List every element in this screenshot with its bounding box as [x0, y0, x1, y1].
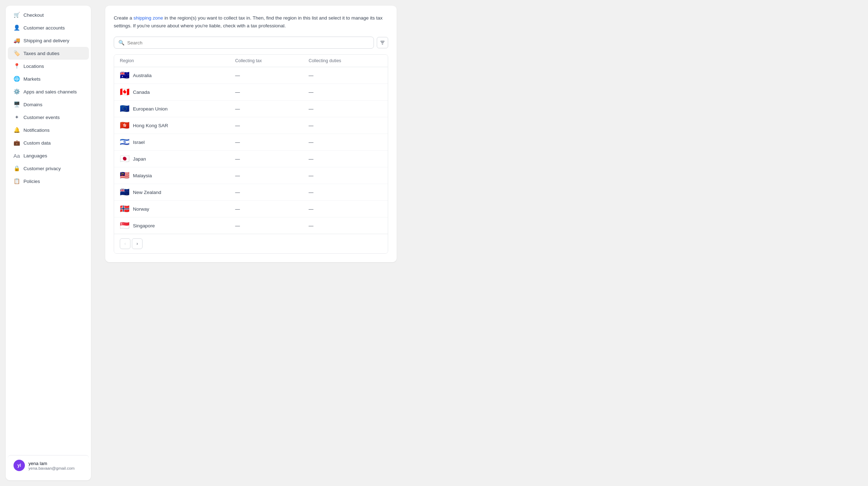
sidebar-item-languages[interactable]: Aa Languages: [8, 149, 89, 162]
customer-accounts-icon: 👤: [14, 25, 20, 31]
region-cell: 🇳🇿 New Zealand: [114, 184, 229, 201]
user-name: yena lam: [28, 461, 75, 466]
sidebar-item-customer-privacy[interactable]: 🔒 Customer privacy: [8, 162, 89, 175]
checkout-icon: 🛒: [14, 12, 20, 18]
sidebar-item-customer-events[interactable]: ✦ Customer events: [8, 111, 89, 124]
flag-european-union: 🇪🇺: [120, 105, 129, 113]
table-row[interactable]: 🇸🇬 Singapore — —: [114, 217, 388, 234]
sidebar-item-markets[interactable]: 🌐 Markets: [8, 72, 89, 85]
taxes-duties-icon: 🏷️: [14, 50, 20, 56]
table-row[interactable]: 🇳🇿 New Zealand — —: [114, 184, 388, 201]
content-card: Create a shipping zone in the region(s) …: [105, 6, 397, 262]
policies-icon: 📋: [14, 178, 20, 184]
sidebar-item-checkout[interactable]: 🛒 Checkout: [8, 9, 89, 21]
table-body: 🇦🇺 Australia — — 🇨🇦 Canada — — 🇪🇺 Europe…: [114, 67, 388, 234]
next-page-button[interactable]: ›: [132, 238, 143, 249]
sidebar-item-shipping-delivery[interactable]: 🚚 Shipping and delivery: [8, 34, 89, 47]
header-row: Region Collecting tax Collecting duties: [114, 55, 388, 67]
sidebar-label-notifications: Notifications: [23, 128, 50, 133]
collecting-tax-cell: —: [229, 184, 303, 201]
sidebar-label-custom-data: Custom data: [23, 140, 51, 146]
flag-singapore: 🇸🇬: [120, 222, 129, 230]
sidebar-item-customer-accounts[interactable]: 👤 Customer accounts: [8, 21, 89, 34]
search-row: 🔍: [114, 37, 388, 49]
collecting-tax-cell: —: [229, 151, 303, 167]
customer-events-icon: ✦: [14, 114, 20, 120]
table-row[interactable]: 🇭🇰 Hong Kong SAR — —: [114, 117, 388, 134]
table-row[interactable]: 🇪🇺 European Union — —: [114, 101, 388, 117]
notifications-icon: 🔔: [14, 127, 20, 133]
main-content: Create a shipping zone in the region(s) …: [97, 0, 868, 486]
search-input[interactable]: [127, 40, 369, 45]
sidebar-item-notifications[interactable]: 🔔 Notifications: [8, 124, 89, 136]
table-row[interactable]: 🇲🇾 Malaysia — —: [114, 167, 388, 184]
collecting-tax-cell: —: [229, 101, 303, 117]
collecting-tax-cell: —: [229, 117, 303, 134]
user-info: yena lam yena.bavaan@gmail.com: [28, 461, 75, 470]
flag-israel: 🇮🇱: [120, 138, 129, 146]
flag-malaysia: 🇲🇾: [120, 172, 129, 179]
sidebar-label-shipping-delivery: Shipping and delivery: [23, 38, 69, 43]
flag-hong-kong-sar: 🇭🇰: [120, 122, 129, 129]
flag-australia: 🇦🇺: [120, 71, 129, 79]
intro-text: Create a shipping zone in the region(s) …: [114, 14, 388, 29]
region-cell: 🇨🇦 Canada: [114, 84, 229, 101]
search-container: 🔍: [114, 37, 374, 49]
table-row[interactable]: 🇦🇺 Australia — —: [114, 67, 388, 84]
region-name: Singapore: [133, 223, 155, 228]
sidebar-label-markets: Markets: [23, 76, 41, 82]
region-cell: 🇦🇺 Australia: [114, 67, 229, 84]
shipping-delivery-icon: 🚚: [14, 37, 20, 44]
region-name: New Zealand: [133, 190, 161, 195]
user-email: yena.bavaan@gmail.com: [28, 466, 75, 470]
region-cell: 🇸🇬 Singapore: [114, 217, 229, 234]
pagination: ‹ ›: [114, 234, 388, 253]
sort-button[interactable]: [377, 37, 388, 48]
sidebar-label-customer-events: Customer events: [23, 115, 60, 120]
locations-icon: 📍: [14, 63, 20, 69]
col-collecting-tax: Collecting tax: [229, 55, 303, 67]
regions-table: Region Collecting tax Collecting duties …: [114, 55, 388, 234]
collecting-duties-cell: —: [303, 217, 388, 234]
table-row[interactable]: 🇮🇱 Israel — —: [114, 134, 388, 151]
table-row[interactable]: 🇳🇴 Norway — —: [114, 201, 388, 217]
sidebar-item-locations[interactable]: 📍 Locations: [8, 60, 89, 72]
languages-icon: Aa: [14, 152, 20, 159]
collecting-duties-cell: —: [303, 134, 388, 151]
search-icon: 🔍: [118, 40, 124, 45]
prev-page-button[interactable]: ‹: [120, 238, 130, 249]
avatar: yl: [14, 460, 25, 471]
sidebar-item-domains[interactable]: 🖥️ Domains: [8, 98, 89, 111]
sidebar-item-policies[interactable]: 📋 Policies: [8, 175, 89, 188]
collecting-tax-cell: —: [229, 67, 303, 84]
collecting-duties-cell: —: [303, 151, 388, 167]
table-row[interactable]: 🇯🇵 Japan — —: [114, 151, 388, 167]
collecting-duties-cell: —: [303, 201, 388, 217]
region-name: Israel: [133, 140, 145, 145]
sidebar-item-apps-sales[interactable]: ⚙️ Apps and sales channels: [8, 85, 89, 98]
sidebar: 🛒 Checkout 👤 Customer accounts 🚚 Shippin…: [6, 6, 91, 480]
table-header: Region Collecting tax Collecting duties: [114, 55, 388, 67]
collecting-duties-cell: —: [303, 101, 388, 117]
collecting-duties-cell: —: [303, 167, 388, 184]
col-region: Region: [114, 55, 229, 67]
user-profile[interactable]: yl yena lam yena.bavaan@gmail.com: [8, 455, 89, 475]
sidebar-item-taxes-duties[interactable]: 🏷️ Taxes and duties: [8, 47, 89, 60]
collecting-duties-cell: —: [303, 84, 388, 101]
collecting-duties-cell: —: [303, 67, 388, 84]
sidebar-label-apps-sales: Apps and sales channels: [23, 89, 77, 94]
collecting-tax-cell: —: [229, 167, 303, 184]
region-name: Australia: [133, 73, 152, 78]
shipping-zone-link[interactable]: shipping zone: [134, 15, 163, 21]
sidebar-label-checkout: Checkout: [23, 12, 44, 18]
col-collecting-duties: Collecting duties: [303, 55, 388, 67]
region-name: Canada: [133, 90, 150, 95]
region-cell: 🇳🇴 Norway: [114, 201, 229, 217]
sidebar-item-custom-data[interactable]: 💼 Custom data: [8, 136, 89, 149]
flag-norway: 🇳🇴: [120, 205, 129, 213]
collecting-tax-cell: —: [229, 217, 303, 234]
collecting-duties-cell: —: [303, 184, 388, 201]
sidebar-label-policies: Policies: [23, 179, 40, 184]
region-name: Norway: [133, 206, 149, 212]
table-row[interactable]: 🇨🇦 Canada — —: [114, 84, 388, 101]
